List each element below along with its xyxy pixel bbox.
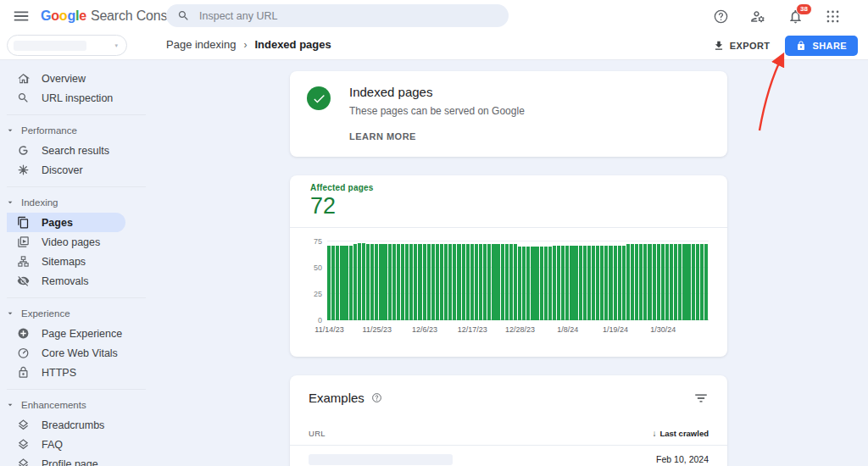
app-logo[interactable]: Google Search Console [41, 8, 185, 24]
chart-bar[interactable] [626, 244, 630, 319]
sidebar-section-header-enhancements[interactable]: Enhancements [7, 394, 146, 415]
chart-bar[interactable] [349, 246, 353, 320]
chart-bar[interactable] [479, 244, 482, 319]
chart-bar[interactable] [700, 244, 704, 319]
chart-bar[interactable] [353, 244, 357, 319]
chart-bar[interactable] [388, 244, 392, 319]
export-button[interactable]: EXPORT [708, 36, 776, 55]
chart-bar[interactable] [340, 246, 343, 320]
sidebar-item-sitemaps[interactable]: Sitemaps [7, 252, 125, 271]
chart-bar[interactable] [331, 246, 335, 320]
chart-bar[interactable] [436, 244, 439, 319]
chart-bar[interactable] [423, 244, 426, 319]
sidebar-item-profile-page[interactable]: Profile page [7, 454, 125, 466]
filter-icon[interactable] [693, 391, 709, 406]
chart-bar[interactable] [665, 244, 669, 319]
chart-bar[interactable] [366, 244, 370, 319]
chart-bar[interactable] [604, 246, 608, 320]
chart-bar[interactable] [592, 246, 595, 320]
chart-bar[interactable] [397, 244, 400, 319]
chart-bar[interactable] [678, 244, 682, 319]
chart-bar[interactable] [670, 244, 673, 319]
url-column-header[interactable]: URL [309, 429, 326, 438]
chart-bar[interactable] [643, 244, 647, 319]
chart-bar[interactable] [457, 244, 460, 319]
chart-bar[interactable] [596, 246, 599, 320]
chart-bar[interactable] [383, 244, 387, 319]
chart-bar[interactable] [418, 244, 421, 319]
chart-bar[interactable] [579, 246, 582, 320]
chart-bar[interactable] [618, 246, 621, 320]
chart-bar[interactable] [392, 244, 396, 319]
apps-grid-icon[interactable] [825, 8, 841, 25]
notifications-bell-icon[interactable]: 38 [787, 8, 804, 25]
chart-bar[interactable] [561, 246, 565, 320]
chart-bar[interactable] [553, 246, 556, 320]
hamburger-menu-icon[interactable] [12, 7, 31, 25]
chart-bar[interactable] [653, 244, 656, 319]
breadcrumb-parent[interactable]: Page indexing [166, 38, 236, 51]
chart-bar[interactable] [518, 247, 521, 320]
sidebar-item-core-web-vitals[interactable]: Core Web Vitals [7, 343, 125, 363]
chart-bar[interactable] [609, 246, 612, 320]
share-button[interactable]: SHARE [785, 36, 858, 56]
chart-bar[interactable] [565, 246, 569, 320]
chart-bar[interactable] [440, 244, 443, 319]
chart-bar[interactable] [431, 244, 435, 319]
sidebar-item-search-results[interactable]: Search results [7, 141, 125, 160]
chart-bar[interactable] [344, 246, 348, 320]
sidebar-item-pages[interactable]: Pages [7, 213, 125, 232]
property-selector-dropdown[interactable]: ▾ [7, 35, 127, 56]
chart-bar[interactable] [475, 244, 478, 319]
chart-bar[interactable] [574, 246, 577, 320]
chart-bar[interactable] [696, 244, 699, 319]
chart-bar[interactable] [462, 244, 465, 319]
sidebar-item-url-inspection[interactable]: URL inspection [0, 88, 125, 108]
chart-bar[interactable] [414, 244, 417, 319]
sidebar-item-breadcrumbs[interactable]: Breadcrumbs [7, 415, 125, 435]
chart-bar[interactable] [453, 244, 456, 319]
chart-bar[interactable] [448, 244, 452, 319]
chart-bar[interactable] [466, 244, 470, 319]
chart-bar[interactable] [548, 247, 552, 320]
learn-more-link[interactable]: LEARN MORE [349, 131, 416, 141]
chart-bar[interactable] [505, 244, 509, 319]
chart-bar[interactable] [427, 244, 431, 319]
chart-bar[interactable] [587, 246, 591, 320]
help-icon[interactable] [713, 8, 729, 25]
sidebar-section-header-performance[interactable]: Performance [7, 119, 146, 141]
chart-bar[interactable] [496, 244, 499, 319]
chart-bar[interactable] [470, 244, 474, 319]
chart-bar[interactable] [692, 244, 695, 319]
chart-bar[interactable] [648, 244, 651, 319]
chart-bar[interactable] [704, 244, 708, 319]
chart-bar[interactable] [631, 244, 634, 319]
chart-bar[interactable] [487, 244, 491, 319]
chart-bar[interactable] [401, 244, 404, 319]
chart-bar[interactable] [635, 244, 638, 319]
sidebar-section-header-indexing[interactable]: Indexing [7, 191, 146, 213]
chart-bar[interactable] [409, 244, 413, 319]
table-row[interactable]: Feb 10, 2024 [290, 446, 727, 466]
chart-metric-header[interactable]: Affected pages 72 [290, 175, 727, 228]
sidebar-item-video-pages[interactable]: Video pages [7, 232, 125, 252]
chart-bar[interactable] [370, 244, 374, 319]
sidebar-section-header-experience[interactable]: Experience [7, 302, 146, 324]
chart-bar[interactable] [639, 244, 643, 319]
help-icon[interactable] [371, 392, 382, 403]
chart-bar[interactable] [358, 243, 361, 320]
sidebar-item-https[interactable]: HTTPS [7, 363, 125, 382]
chart-bar[interactable] [661, 244, 665, 319]
chart-bar[interactable] [531, 247, 534, 320]
chart-bar[interactable] [379, 244, 382, 319]
chart-bar[interactable] [509, 244, 513, 319]
last-crawled-column-header[interactable]: ↓ Last crawled [652, 429, 709, 438]
chart-bar[interactable] [483, 244, 487, 319]
chart-bar[interactable] [405, 244, 409, 319]
chart-bar[interactable] [514, 244, 517, 319]
chart-bar[interactable] [614, 246, 617, 320]
chart-bar[interactable] [682, 244, 686, 319]
chart-bar[interactable] [557, 246, 560, 320]
chart-bar[interactable] [674, 244, 677, 319]
chart-bar[interactable] [362, 243, 365, 320]
